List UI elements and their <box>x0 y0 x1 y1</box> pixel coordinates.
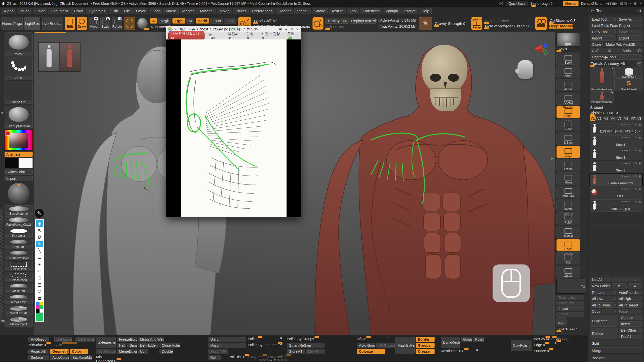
subtool-item[interactable]: ▾ ●● ◐ ◑ ✎ ◉ Skull <box>590 187 642 199</box>
split-hidden-button[interactable]: Split Hidden <box>96 349 116 354</box>
subtool-visibility-icons[interactable]: ▾ ●● ◐ ◑ ✎ ◉ <box>622 187 641 191</box>
uv-button[interactable]: Uv <box>138 349 148 354</box>
subtool-item[interactable]: ▾ ●● ◐ ◑ ✎ ◉ Female Anatomy <box>590 174 642 186</box>
obj-shadow-slider[interactable]: ObjShadow 0.3 <box>549 18 586 23</box>
menu-item[interactable]: Zplugin <box>383 8 400 14</box>
viewer-fullscreen-button[interactable]: ▣ <box>279 27 282 31</box>
menu-item[interactable]: Tool <box>347 8 359 14</box>
border-button[interactable]: Border <box>416 337 435 342</box>
tool-thumb-cylinder3d[interactable]: Cylinder3D <box>614 67 643 79</box>
tool-refresh-icon[interactable]: ↺ <box>638 9 641 13</box>
subtool-op-button[interactable]: All To Home <box>590 302 616 308</box>
annotation-tool-button[interactable]: ↖ <box>36 227 43 234</box>
bpr-button[interactable]: BPR <box>556 33 580 47</box>
append-button[interactable]: Append <box>619 315 642 320</box>
window-layout-icons[interactable]: ▤ ▥ <box>620 2 627 5</box>
subtool-item[interactable]: ▾ ●● ◐ ◑ ✎ ◉ Make Step 0 <box>590 199 642 212</box>
annotation-tool-button[interactable]: ▭ <box>36 254 43 261</box>
female-anatomy-slider[interactable]: Female Anatomy. 48 <box>590 61 635 66</box>
tool-button[interactable]: Make PolyMesh3D <box>604 42 642 47</box>
mask-by-feature-button[interactable]: MaskByFeature <box>395 337 415 354</box>
camera-orientation-head[interactable] <box>517 60 533 79</box>
subtool-page-tab[interactable]: V4 <box>610 116 616 121</box>
min-slider[interactable]: Min <box>546 337 553 341</box>
material-brush-tile[interactable]: BasicMaterial <box>5 205 33 216</box>
tool-panel-header[interactable]: ↶ Tool ↺ <box>588 7 644 15</box>
subtool-page-tab[interactable]: V7 <box>630 116 636 121</box>
tray-restore-icon[interactable]: ↶ <box>591 9 594 13</box>
move-in-button[interactable]: ↳ <box>628 283 642 289</box>
move-down-button[interactable]: ↓ <box>628 277 642 282</box>
right-tray-item[interactable]: Frame <box>556 159 580 171</box>
fov-slider[interactable]: Field of view(deg) 39.59775 <box>484 24 533 28</box>
menu-item[interactable]: Alpha <box>2 8 16 14</box>
subtool-visibility-icons[interactable]: ▾ ●● ◐ ◑ ✎ ◉ <box>622 123 641 126</box>
menu-item[interactable]: Transform <box>360 8 382 14</box>
material-brush-tile[interactable]: SelectLasso <box>5 272 33 282</box>
menu-item[interactable]: Macro <box>163 8 179 14</box>
gravity-pencil-icon[interactable]: ✎ <box>419 17 432 30</box>
subtool-page-tab[interactable]: V1 <box>590 116 596 121</box>
tool-button[interactable]: Load Tool <box>590 17 616 22</box>
new-folder-button[interactable]: New Folder <box>590 283 611 289</box>
zadd-button[interactable]: Zadd <box>196 18 209 24</box>
resolution-slider[interactable]: Resolution 128 <box>441 349 473 353</box>
material-brush-tile[interactable]: MaskPen <box>5 283 33 293</box>
menu-item[interactable]: Texture <box>329 8 346 14</box>
black-swatch[interactable] <box>5 158 19 168</box>
left-tray-collapse-arrow[interactable]: ◀ <box>1 111 3 114</box>
split-section[interactable]: Split <box>590 340 642 346</box>
document-thumbnails[interactable] <box>38 42 80 72</box>
viewer-close-button[interactable]: ✕ <box>296 27 299 31</box>
texture-import-button[interactable]: Import <box>556 306 584 311</box>
polish-toggle[interactable] <box>280 337 282 339</box>
menu-item[interactable]: Picker <box>233 8 249 14</box>
current-pen-color[interactable] <box>36 313 43 321</box>
half-button[interactable]: Half <box>117 343 126 348</box>
colorize-button[interactable]: Colorize <box>357 349 385 354</box>
brush-stroke-alpha-tile[interactable]: Dots <box>5 57 33 80</box>
move-up-button[interactable]: ↑ <box>612 277 627 282</box>
subtool-item[interactable]: ▾ ●● ◐ ◑ ✎ ◉ Step 1 <box>590 135 642 148</box>
draw-button[interactable]: Draw <box>77 17 87 30</box>
close-button[interactable]: ✕ <box>639 2 642 5</box>
texture-export-button[interactable]: Export <box>556 312 584 316</box>
subtool-visibility-icons[interactable]: ▾ ●● ◐ ◑ ✎ ◉ <box>622 136 641 139</box>
dynamesh-button[interactable]: DynaMesh <box>441 337 460 348</box>
surface-button[interactable]: Surface <box>28 355 49 360</box>
tool-thumb-simplebrush[interactable]: S SimpleBrush <box>614 79 643 91</box>
right-tray-item[interactable]: Scroll <box>556 53 580 65</box>
annotation-tool-button[interactable]: ◎ <box>36 288 43 295</box>
subtool-page-tab[interactable]: V5 <box>617 116 623 121</box>
axis-gizmo[interactable] <box>533 42 551 62</box>
menu-item[interactable]: Material <box>197 8 216 14</box>
left-tray-scrollbar[interactable] <box>0 209 3 322</box>
restore-button[interactable]: ▣ <box>634 2 637 5</box>
annotation-tool-button[interactable]: ▦ <box>36 295 43 302</box>
tool-button[interactable]: Paste Tool <box>617 29 642 34</box>
subtool-item[interactable]: ▾ ●● ◐ ◑ ✎ ◉ 11강 여성 3단계 바디 각상 - [목 & <box>590 122 642 135</box>
right-tray-item[interactable]: Move <box>556 172 580 185</box>
resolution-toggle[interactable] <box>476 349 478 351</box>
del-hidden-button[interactable]: Del Hidden <box>138 343 158 348</box>
subtool-op-button[interactable]: All To Target <box>617 302 642 308</box>
viewer-minimize-button[interactable]: – <box>285 27 287 31</box>
material-brush-tile[interactable]: MeshExtrude <box>5 305 33 315</box>
annotation-tool-button[interactable]: Ø <box>36 234 43 241</box>
subtool-op-button[interactable]: Paste <box>617 309 642 314</box>
edit-menu[interactable]: 편집 ▼ <box>246 32 257 40</box>
subtool-visibility-icons[interactable]: ▾ ●● ◐ ◑ ✎ ◉ <box>622 174 641 178</box>
annotation-tool-button[interactable]: ↶ <box>36 268 43 275</box>
auto-groups-button[interactable]: Auto Groups <box>357 343 375 348</box>
viewer-image-area[interactable] <box>166 39 301 217</box>
draw-size-dynamic-icon[interactable]: + D <box>312 17 323 30</box>
right-tray-item[interactable]: x y z Floor <box>556 119 580 131</box>
del-all-button[interactable]: Del All <box>619 334 642 339</box>
right-tray-item[interactable]: Ghost <box>556 239 580 251</box>
color-palette[interactable] <box>36 302 43 313</box>
split-screen-slider-bottom[interactable]: Split Screen 1 <box>554 337 576 345</box>
menu-item[interactable]: Document <box>48 8 70 14</box>
list-all-button[interactable]: List All <box>590 277 611 282</box>
spix-slider[interactable]: SPix 3 <box>556 47 580 51</box>
menu-item[interactable]: Zscript <box>401 8 418 14</box>
